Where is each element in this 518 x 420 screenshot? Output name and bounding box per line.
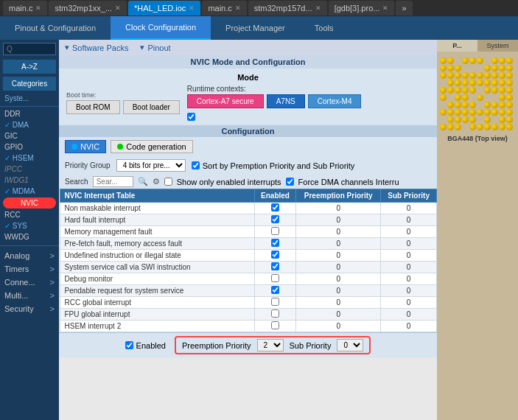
tab-pinout[interactable]: Pinout & Configuration (0, 16, 111, 40)
tab-main-c-1[interactable]: main.c ✕ (3, 1, 47, 15)
controls-row: Priority Group 4 bits for pre... Sort by… (59, 156, 437, 175)
tab-tools[interactable]: Tools (300, 16, 349, 40)
enabled-checkbox-group: Enabled (125, 341, 166, 350)
sidebar-item-wwdg[interactable]: WWDG (0, 231, 59, 242)
sidebar-group-timers[interactable]: Timers> (0, 262, 59, 276)
bottom-enabled-label: Enabled (136, 341, 166, 350)
preemption-select[interactable]: 2 0134 (257, 339, 284, 351)
bga-pin (506, 87, 513, 94)
categories-button[interactable]: Categories (3, 77, 56, 91)
bga-pin (506, 65, 513, 71)
interrupt-enabled[interactable] (254, 203, 295, 214)
sidebar-group-multimedia[interactable]: Multi...> (0, 289, 59, 302)
sidebar-item-hsem[interactable]: HSEM (0, 153, 59, 164)
sidebar-item-ddr[interactable]: DDR (0, 108, 59, 119)
interrupt-enabled[interactable] (254, 226, 295, 238)
code-gen-tab[interactable]: Code generation (111, 140, 192, 153)
close-icon[interactable]: ✕ (235, 4, 241, 12)
priority-group-select[interactable]: 4 bits for pre... (116, 159, 186, 172)
bottom-bar: Enabled Preemption Priority 2 0134 Sub P… (59, 332, 437, 357)
close-icon[interactable]: ✕ (315, 4, 321, 12)
a7ns-button[interactable]: A7NS (267, 94, 305, 108)
sidebar-group-connectivity[interactable]: Conne...> (0, 276, 59, 289)
boot-loader-button[interactable]: Boot loader (123, 100, 180, 114)
rp-tab-p[interactable]: P... (437, 40, 477, 52)
tab-clock[interactable]: Clock Configuration (111, 16, 211, 40)
tab-stm32mp1[interactable]: stm32mp1xx_... ✕ (49, 1, 127, 15)
sidebar-group-analog[interactable]: Analog> (0, 249, 59, 262)
interrupt-enabled[interactable] (254, 262, 295, 273)
interrupt-enabled[interactable] (254, 273, 295, 285)
interrupt-enabled[interactable] (254, 250, 295, 262)
boot-rom-button[interactable]: Boot ROM (66, 100, 120, 114)
close-icon[interactable]: ✕ (382, 4, 388, 12)
sidebar-section-system[interactable]: Syste... (0, 92, 59, 105)
nvic-table-container: NVIC Interrupt Table Enabled Preemption … (59, 189, 437, 332)
sidebar-search-input[interactable] (3, 43, 56, 55)
interrupt-enabled[interactable] (254, 309, 295, 321)
close-icon[interactable]: ✕ (115, 4, 121, 12)
bga-pin (506, 80, 513, 86)
tab-stm32mp157[interactable]: stm32mp157d... ✕ (248, 1, 327, 15)
bga-pin (477, 87, 483, 94)
tab-more[interactable]: » (396, 1, 412, 15)
sidebar-item-gpio[interactable]: GPIO (0, 141, 59, 153)
sidebar-item-ipcc[interactable]: IPCC (0, 164, 59, 175)
bga-pin (506, 124, 513, 130)
content-area: A->Z Categories Syste... DDR DMA GIC GPI… (0, 40, 518, 420)
bga-pin (455, 124, 461, 130)
tab-gdb[interactable]: [gdb[3].pro... ✕ (329, 1, 395, 15)
bga-pin (462, 124, 469, 130)
tab-hal-led[interactable]: *HAL_LED.ioc ✕ (128, 1, 200, 15)
rp-tab-system[interactable]: System (477, 40, 518, 52)
boot-time-label: Boot time: (66, 91, 180, 99)
bga-pin (440, 57, 447, 64)
interrupt-name: Debug monitor (60, 273, 254, 285)
sidebar-item-sys[interactable]: SYS (0, 220, 59, 231)
bga-pin (455, 65, 461, 71)
preemption-priority-value: 0 (296, 285, 381, 297)
az-sort-button[interactable]: A->Z (3, 60, 56, 74)
interrupt-enabled[interactable] (254, 321, 295, 332)
pinout-menu[interactable]: Pinout (140, 43, 170, 52)
settings-icon[interactable]: ⚙ (153, 177, 160, 186)
sidebar-item-gic[interactable]: GIC (0, 130, 59, 141)
interrupt-enabled[interactable] (254, 285, 295, 297)
runtime-section: Runtime contexts: Cortex-A7 secure A7NS … (187, 85, 362, 121)
show-enabled-checkbox[interactable] (164, 178, 172, 186)
table-row: Memory management fault00 (60, 226, 437, 238)
bottom-enabled-checkbox[interactable] (125, 341, 133, 349)
interrupt-enabled[interactable] (254, 238, 295, 250)
tab-main-c-2[interactable]: main.c ✕ (202, 1, 246, 15)
sort-checkbox[interactable] (192, 161, 200, 169)
cortex-a7-secure-button[interactable]: Cortex-A7 secure (187, 94, 264, 108)
bga-pin (455, 72, 461, 79)
boot-time-container: Boot time: Boot ROM Boot loader (66, 91, 180, 114)
close-icon[interactable]: ✕ (189, 4, 195, 12)
table-row: Hard fault interrupt00 (60, 214, 437, 226)
cortex-m4-checkbox[interactable] (187, 113, 195, 121)
close-icon[interactable]: ✕ (35, 4, 41, 12)
sidebar-item-nvic[interactable]: NVIC (3, 197, 56, 209)
table-row: Debug monitor00 (60, 273, 437, 285)
software-packs-menu[interactable]: Software Packs (65, 43, 128, 52)
sidebar-group-security[interactable]: Security> (0, 302, 59, 315)
bga-pin (447, 57, 454, 64)
nvic-tab[interactable]: NVIC (65, 140, 106, 153)
sidebar-item-rcc[interactable]: RCC (0, 209, 59, 220)
sidebar-item-iwdg1[interactable]: IWDG1 (0, 175, 59, 186)
search-input[interactable] (93, 176, 133, 187)
force-dma-checkbox[interactable] (286, 178, 294, 186)
tab-project[interactable]: Project Manager (211, 16, 300, 40)
search-icon[interactable]: 🔍 (138, 177, 148, 186)
table-row: Non maskable interrupt00 (60, 203, 437, 214)
sub-priority-select[interactable]: 0 123 (337, 339, 363, 351)
interrupt-enabled[interactable] (254, 214, 295, 226)
interrupt-enabled[interactable] (254, 297, 295, 309)
bga-pin (499, 102, 505, 108)
bga-pin (484, 80, 491, 86)
bga-pin (455, 57, 461, 64)
sidebar-item-mdma[interactable]: MDMA (0, 186, 59, 197)
cortex-m4-button[interactable]: Cortex-M4 (308, 94, 362, 108)
sidebar-item-dma[interactable]: DMA (0, 119, 59, 130)
